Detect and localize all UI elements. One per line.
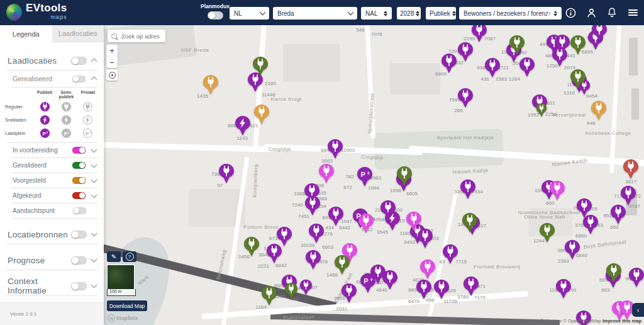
map-pin[interactable] xyxy=(299,279,313,296)
map-pin[interactable] xyxy=(416,279,432,300)
notifications-icon[interactable] xyxy=(606,6,618,19)
map-pin[interactable] xyxy=(570,69,586,90)
map-pin[interactable] xyxy=(334,254,350,276)
collapse-panel-button[interactable]: ‹ xyxy=(632,303,644,317)
section-toggle[interactable] xyxy=(71,231,87,239)
map-pin[interactable] xyxy=(419,259,436,280)
status-toggle[interactable] xyxy=(72,177,86,184)
map-pin[interactable] xyxy=(555,278,572,300)
status-toggle[interactable] xyxy=(72,147,86,154)
section-toggle[interactable] xyxy=(71,256,87,265)
gerealiseerd-toggle[interactable] xyxy=(72,75,86,82)
tab-legenda[interactable]: Legenda xyxy=(0,25,52,42)
map-pin[interactable] xyxy=(261,285,277,307)
snelladen-gray-icon xyxy=(55,115,77,125)
map-pin[interactable] xyxy=(620,185,636,207)
year-select[interactable]: 2028 xyxy=(397,7,421,20)
satellite-minimap-toggle[interactable] xyxy=(107,265,135,290)
search-input[interactable] xyxy=(120,32,167,40)
map-pin[interactable]: P xyxy=(357,166,373,188)
map-pin[interactable] xyxy=(253,104,270,125)
map-pin[interactable] xyxy=(406,211,422,232)
map-pin[interactable] xyxy=(358,213,374,234)
chevron-down-icon[interactable] xyxy=(91,282,97,288)
status-toggle[interactable] xyxy=(72,192,86,199)
map-pin[interactable] xyxy=(266,243,282,265)
nal-select[interactable]: NAL xyxy=(361,7,392,20)
map-pin[interactable] xyxy=(305,249,321,271)
map-pin[interactable] xyxy=(564,239,580,261)
map-pin[interactable] xyxy=(471,22,487,43)
map-pin[interactable] xyxy=(203,74,219,96)
map-pin[interactable] xyxy=(442,244,458,265)
map-pin[interactable] xyxy=(576,198,592,219)
map-pin[interactable] xyxy=(552,47,568,68)
download-map-button[interactable]: Download Map xyxy=(107,300,147,311)
map-pin[interactable] xyxy=(623,159,639,180)
map-pin[interactable] xyxy=(460,179,476,200)
improve-map-link[interactable]: Improve this map xyxy=(602,318,641,324)
map-pin[interactable] xyxy=(606,263,622,284)
map-pin[interactable] xyxy=(396,166,413,187)
map-pin[interactable] xyxy=(218,163,235,185)
zoom-in-button[interactable]: + xyxy=(106,45,118,56)
map-pin[interactable] xyxy=(304,195,321,217)
municipality-select[interactable]: Breda xyxy=(273,7,357,20)
map-pin[interactable] xyxy=(457,88,474,109)
chevron-down-icon[interactable] xyxy=(91,256,97,263)
map-pin[interactable] xyxy=(252,56,269,77)
map-pin[interactable] xyxy=(519,57,535,78)
map-pin[interactable] xyxy=(536,103,547,118)
map-pin[interactable] xyxy=(484,57,501,79)
address-search[interactable] xyxy=(108,30,165,42)
map-pin[interactable] xyxy=(433,279,450,300)
status-toggle[interactable] xyxy=(72,162,86,169)
publiek-select[interactable]: Publiek xyxy=(426,7,456,20)
mapbox-logo: m mapbox xyxy=(108,314,138,322)
chevron-down-icon[interactable] xyxy=(91,161,97,168)
info-icon[interactable] xyxy=(564,6,577,19)
map-pin[interactable] xyxy=(384,210,401,232)
map-pin[interactable] xyxy=(457,42,474,63)
planmodus-label: Planmodus xyxy=(200,3,230,9)
help-button[interactable]: ? xyxy=(123,251,136,262)
status-toggle[interactable] xyxy=(73,207,86,214)
map-pin[interactable] xyxy=(462,212,478,234)
map-pin[interactable] xyxy=(509,35,525,56)
map-pin[interactable] xyxy=(318,163,335,185)
map-pin[interactable] xyxy=(284,282,298,300)
map-pin[interactable] xyxy=(628,267,644,288)
map-pin[interactable] xyxy=(243,236,260,258)
map-pin[interactable] xyxy=(549,180,565,202)
map-pin[interactable] xyxy=(308,223,325,244)
chevron-up-icon[interactable] xyxy=(91,77,97,83)
draw-button[interactable]: ✎ xyxy=(107,251,121,262)
user-icon[interactable] xyxy=(585,6,597,19)
map-pin[interactable] xyxy=(441,53,457,74)
chevron-down-icon[interactable] xyxy=(91,176,97,183)
map-pin[interactable] xyxy=(341,283,357,304)
map-pin[interactable] xyxy=(327,139,343,160)
map-pin[interactable] xyxy=(382,270,398,291)
map-pin[interactable] xyxy=(235,115,251,137)
chevron-up-icon[interactable] xyxy=(91,59,97,65)
tab-laadlocaties[interactable]: Laadlocaties xyxy=(52,25,104,42)
laadlocaties-toggle[interactable] xyxy=(71,57,87,65)
chevron-down-icon[interactable] xyxy=(91,146,97,152)
map-pin[interactable] xyxy=(570,35,586,56)
map-pin[interactable] xyxy=(463,276,479,297)
planmodus-toggle[interactable] xyxy=(208,11,223,20)
section-toggle[interactable] xyxy=(71,282,87,290)
map-pin[interactable] xyxy=(328,206,344,227)
chevron-down-icon[interactable] xyxy=(91,191,97,198)
map-pin[interactable]: P xyxy=(360,273,376,294)
map-pin[interactable] xyxy=(591,100,607,122)
map-pin[interactable] xyxy=(539,222,555,244)
menu-icon[interactable] xyxy=(626,6,639,19)
geolocate-button[interactable] xyxy=(106,69,118,81)
country-select[interactable]: NL xyxy=(230,7,269,20)
zoom-out-button[interactable]: − xyxy=(106,56,118,68)
map-pin[interactable] xyxy=(610,204,626,225)
settings-icon[interactable] xyxy=(543,6,556,19)
chevron-down-icon[interactable] xyxy=(91,231,97,237)
